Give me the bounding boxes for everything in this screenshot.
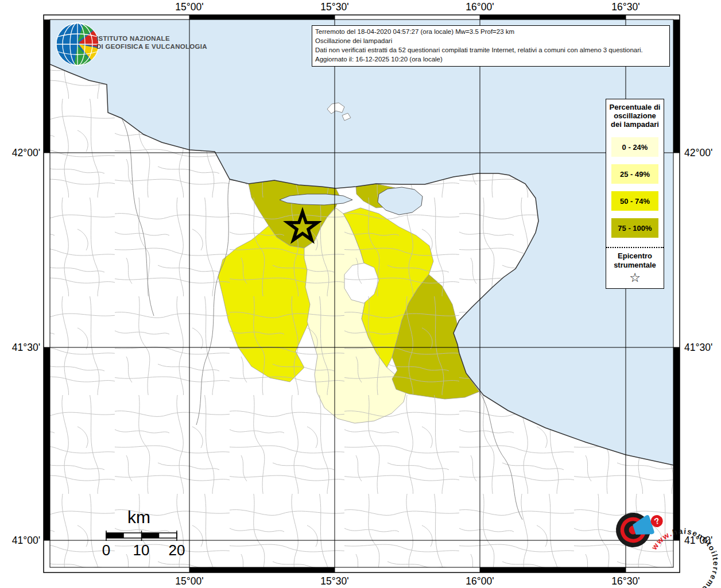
info-line-effect: Oscillazione dei lampadari <box>315 36 666 45</box>
info-line-updated: Aggiornato il: 16-12-2025 10:20 (ora loc… <box>315 55 666 64</box>
legend-label-50-74: 50 - 74% <box>620 197 650 206</box>
scale-tick-20: 20 <box>169 541 185 559</box>
info-line-event: Terremoto del 18-04-2020 04:57:27 (ora l… <box>315 27 666 36</box>
axis-top-16-00: 16°00' <box>466 1 494 13</box>
scale-tick-10: 10 <box>133 541 150 559</box>
legend: Percentuale di oscillazione dei lampadar… <box>606 99 664 289</box>
legend-item-0-24: 0 - 24% <box>611 137 658 157</box>
ingv-earthquake-map-page: { "header": { "ingv_line1": "ISTITUTO NA… <box>0 0 721 588</box>
earthquake-info-box: Terremoto del 18-04-2020 04:57:27 (ora l… <box>312 25 670 67</box>
scale-unit-label: km <box>127 508 150 527</box>
lake-lesina <box>280 194 352 205</box>
legend-label-75-100: 75 - 100% <box>618 224 652 233</box>
axis-right-42-00: 42°00' <box>684 147 712 159</box>
legend-epicenter-title: Epicentro strumentale <box>606 252 664 270</box>
info-line-source: Dati non verificati estratti da 52 quest… <box>315 45 666 55</box>
scale-tick-0: 0 <box>102 541 110 559</box>
axis-top-16-30: 16°30' <box>611 1 639 13</box>
legend-label-25-49: 25 - 49% <box>620 170 650 179</box>
legend-item-25-49: 25 - 49% <box>611 164 658 184</box>
axis-bottom-16-30: 16°30' <box>611 575 639 587</box>
ingv-title-line2: DI GEOFISICA E VULCANOLOGIA <box>96 42 207 51</box>
legend-separator <box>606 247 664 248</box>
ingv-logo-icon <box>56 23 99 65</box>
legend-label-0-24: 0 - 24% <box>622 143 648 152</box>
ingv-title-line1: ISTITUTO NAZIONALE <box>96 34 207 42</box>
axis-top-15-00: 15°00' <box>175 1 203 13</box>
axis-left-41-30: 41°30' <box>5 342 40 354</box>
axis-right-41-30: 41°30' <box>684 342 712 354</box>
axis-left-42-00: 42°00' <box>5 147 40 159</box>
epicenter-star-legend-icon: ☆ <box>606 271 664 285</box>
ingv-title: ISTITUTO NAZIONALE DI GEOFISICA E VULCAN… <box>96 34 207 51</box>
axis-top-15-30: 15°30' <box>320 1 348 13</box>
map-canvas: www.haisentitoilterremoto.it ? <box>0 0 721 588</box>
legend-item-50-74: 50 - 74% <box>611 191 658 211</box>
axis-bottom-16-00: 16°00' <box>466 575 494 587</box>
legend-item-75-100: 75 - 100% <box>611 218 658 238</box>
axis-bottom-15-30: 15°30' <box>320 575 348 587</box>
axis-bottom-15-00: 15°00' <box>175 575 203 587</box>
legend-title: Percentuale di oscillazione dei lampadar… <box>606 99 664 130</box>
axis-left-41-00: 41°00' <box>5 535 40 547</box>
axis-right-41-00: 41°00' <box>684 535 712 547</box>
